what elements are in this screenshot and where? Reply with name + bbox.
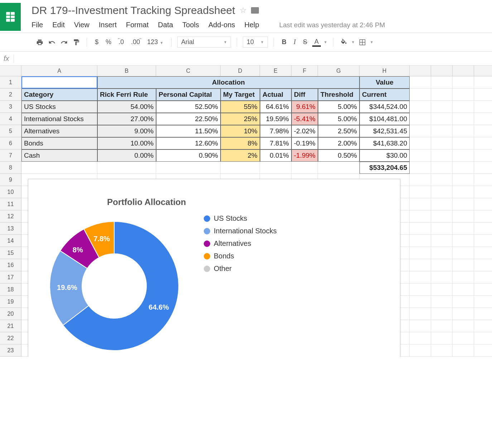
cell-empty[interactable] [474,162,492,174]
row-header-19[interactable]: 19 [0,296,21,308]
cell-diff[interactable]: -2.02% [291,125,318,137]
star-icon[interactable]: ☆ [240,6,247,15]
cell-empty[interactable] [474,235,492,247]
row-header-22[interactable]: 22 [0,332,21,344]
cell-empty[interactable] [474,271,492,283]
cell-category[interactable]: International Stocks [21,113,97,125]
cell-diff[interactable]: 9.61% [291,101,318,113]
cell-current[interactable]: $104,481.00 [360,113,410,125]
cell-empty[interactable] [474,125,492,137]
cell-empty[interactable] [431,186,453,198]
cell-empty[interactable] [431,137,453,149]
cell-actual[interactable]: 0.01% [260,149,291,162]
cell-empty[interactable] [410,296,431,308]
col-header-F[interactable]: F [291,66,318,76]
format-percent-button[interactable]: % [103,38,114,46]
col-header-G[interactable]: G [318,66,360,76]
cell-empty[interactable] [474,210,492,223]
cell-empty[interactable] [474,76,492,89]
cell-current[interactable]: $30.00 [360,149,410,162]
cell-actual[interactable]: 7.98% [260,125,291,137]
cell-empty[interactable] [410,125,431,137]
header-allocation[interactable]: Allocation [97,76,360,89]
borders-button[interactable] [358,38,367,47]
cell-empty[interactable] [431,149,453,162]
cell-rick[interactable]: 10.00% [97,137,156,149]
cell-empty[interactable] [431,332,453,344]
cell-empty[interactable] [410,186,431,198]
cell-target[interactable]: 25% [221,113,260,125]
cell-empty[interactable] [431,308,453,320]
row-header-12[interactable]: 12 [0,210,21,223]
cell-empty[interactable] [474,283,492,296]
select-all-corner[interactable] [0,66,21,76]
more-formats-button[interactable]: 123 ▼ [145,38,165,46]
cell-empty[interactable] [410,308,431,320]
cell-empty[interactable] [410,223,431,235]
cell-threshold[interactable]: 2.50% [318,125,360,137]
cell-pc[interactable]: 11.50% [156,125,221,137]
folder-icon[interactable] [251,7,259,14]
cell-empty[interactable] [410,210,431,223]
decrease-decimal-button[interactable]: ←.0 [116,38,126,46]
row-header-9[interactable]: 9 [0,174,21,186]
row-header-2[interactable]: 2 [0,89,21,101]
row-header-3[interactable]: 3 [0,101,21,113]
formula-input[interactable] [14,54,488,63]
cell-empty[interactable] [431,76,453,89]
col-header-extra[interactable] [453,66,474,76]
cell-pc[interactable]: 12.60% [156,137,221,149]
cell-empty[interactable] [410,271,431,283]
cell-empty[interactable] [97,162,156,174]
row-header-8[interactable]: 8 [0,162,21,174]
cell-empty[interactable] [431,296,453,308]
row-header-16[interactable]: 16 [0,259,21,271]
cell-empty[interactable] [474,198,492,210]
cell-empty[interactable] [453,344,474,357]
cell-empty[interactable] [410,113,431,125]
cell-empty[interactable] [431,125,453,137]
cell-empty[interactable] [474,174,492,186]
cell-empty[interactable] [431,223,453,235]
cell-empty[interactable] [453,125,474,137]
cell-A1[interactable] [21,76,97,89]
cell-category[interactable]: US Stocks [21,101,97,113]
cell-empty[interactable] [453,332,474,344]
cell-empty[interactable] [431,283,453,296]
cell-empty[interactable] [474,259,492,271]
cell-empty[interactable] [453,247,474,259]
italic-button[interactable]: I [291,38,298,46]
row-header-10[interactable]: 10 [0,186,21,198]
cell-empty[interactable] [474,308,492,320]
cell-empty[interactable] [431,210,453,223]
menu-insert[interactable]: Insert [99,21,117,29]
col-header-E[interactable]: E [260,66,291,76]
cell-empty[interactable] [474,344,492,357]
cell-target[interactable]: 8% [221,137,260,149]
menu-data[interactable]: Data [158,21,173,29]
cell-empty[interactable] [453,89,474,101]
menu-help[interactable]: Help [245,21,259,29]
row-header-1[interactable]: 1 [0,76,21,89]
cell-threshold[interactable]: 2.00% [318,137,360,149]
chevron-down-icon[interactable]: ▼ [370,40,373,44]
cell-empty[interactable] [410,137,431,149]
cell-empty[interactable] [453,174,474,186]
row-header-5[interactable]: 5 [0,125,21,137]
cell-empty[interactable] [431,89,453,101]
cell-empty[interactable] [453,320,474,332]
cell-empty[interactable] [410,247,431,259]
cell-empty[interactable] [291,162,318,174]
col-header-D[interactable]: D [221,66,260,76]
cell-empty[interactable] [410,332,431,344]
cell-empty[interactable] [431,198,453,210]
menu-tools[interactable]: Tools [182,21,199,29]
cell-diff[interactable]: -0.19% [291,137,318,149]
cell-empty[interactable] [453,308,474,320]
paint-format-icon[interactable] [72,38,81,47]
format-currency-button[interactable]: $ [93,38,101,46]
header-value[interactable]: Value [360,76,410,89]
cell-current[interactable]: $41,638.20 [360,137,410,149]
doc-title[interactable]: DR 179--Investment Tracking Spreadsheet [32,4,235,16]
cell-threshold[interactable]: 0.50% [318,149,360,162]
